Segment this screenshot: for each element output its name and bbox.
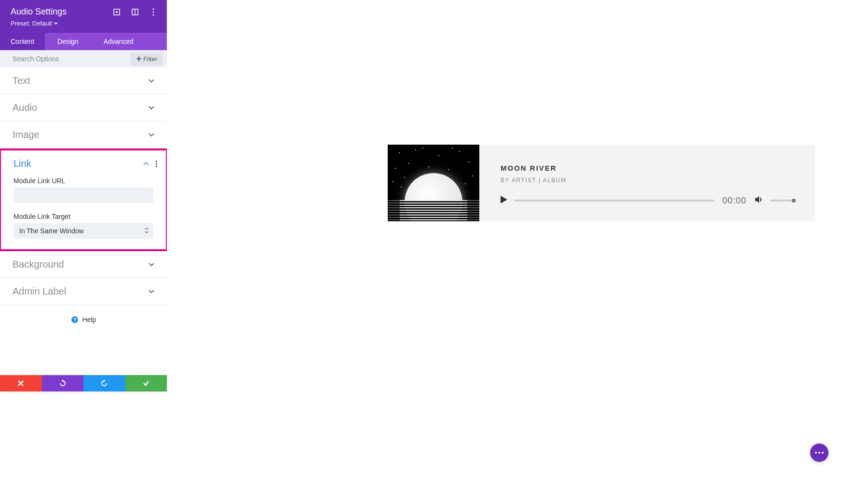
footer-actions [0,375,167,391]
preset-selector[interactable]: Preset: Default [11,20,157,27]
volume-slider[interactable] [771,200,794,202]
section-text-header[interactable]: Text [0,67,167,94]
cancel-button[interactable] [0,375,42,391]
link-target-label: Module Link Target [14,213,153,220]
help-label: Help [82,316,96,323]
audio-module: MOON RIVER BY ARTIST | ALBUM 00:00 [388,145,815,221]
tab-design[interactable]: Design [45,33,91,50]
section-more-icon[interactable] [156,161,157,167]
help-icon: ? [71,316,79,323]
chevron-up-icon [143,161,149,167]
preview-area: MOON RIVER BY ARTIST | ALBUM 00:00 [167,0,868,485]
preset-label: Preset: Default [11,20,52,27]
section-admin-label: Admin Label [0,278,167,305]
expand-icon[interactable] [113,8,121,16]
tab-advanced[interactable]: Advanced [91,33,146,50]
redo-icon [101,380,108,387]
section-link: Link Module Link URL Module Link Target … [1,150,166,249]
tab-content[interactable]: Content [0,33,45,50]
sidebar-header: Audio Settings Preset: Default [0,0,167,33]
section-admin-label-header[interactable]: Admin Label [0,278,167,305]
section-background-header[interactable]: Background [0,251,167,278]
link-target-select[interactable]: In The Same Window [14,223,153,239]
fab-button[interactable] [810,444,828,462]
section-background: Background [0,251,167,278]
more-icon[interactable] [149,8,157,16]
search-row: Filter [0,50,167,67]
track-meta: BY ARTIST | ALBUM [501,177,794,184]
section-audio-header[interactable]: Audio [0,94,167,121]
progress-slider[interactable] [515,200,715,202]
undo-button[interactable] [42,375,84,391]
check-icon [143,380,149,387]
section-audio: Audio [0,94,167,121]
filter-button[interactable]: Filter [131,53,163,66]
search-input[interactable] [0,50,131,67]
album-art [388,145,479,221]
more-horizontal-icon [815,452,824,454]
section-image-header[interactable]: Image [0,121,167,148]
track-title: MOON RIVER [501,164,794,172]
volume-button[interactable] [754,195,763,206]
redo-button[interactable] [83,375,125,391]
settings-sidebar: Audio Settings Preset: Default Content D… [0,0,167,391]
link-section-body: Module Link URL Module Link Target In Th… [1,177,166,249]
play-icon [501,196,507,203]
settings-title: Audio Settings [11,7,67,17]
chevron-down-icon [149,262,154,268]
svg-point-1 [116,11,118,13]
save-button[interactable] [125,375,167,391]
player-controls: 00:00 [501,195,794,206]
link-url-label: Module Link URL [14,177,153,185]
chevron-down-icon [149,132,154,138]
svg-text:?: ? [73,317,76,323]
plus-icon [136,56,141,61]
chevron-down-icon [149,289,154,295]
link-url-input[interactable] [14,188,153,203]
settings-tabs: Content Design Advanced [0,33,167,50]
audio-info: MOON RIVER BY ARTIST | ALBUM 00:00 [479,145,815,221]
close-icon [17,380,24,387]
layout-icon[interactable] [131,8,139,16]
link-highlight: Link Module Link URL Module Link Target … [0,148,168,251]
volume-icon [754,195,763,204]
play-button[interactable] [501,196,507,205]
section-link-header[interactable]: Link [1,150,166,177]
section-image: Image [0,121,167,148]
chevron-down-icon [149,105,154,111]
filter-label: Filter [143,55,157,63]
svg-point-4 [153,8,154,10]
section-text: Text [0,67,167,94]
time-label: 00:00 [722,196,746,206]
svg-point-5 [153,11,154,13]
help-button[interactable]: ? Help [0,305,167,334]
svg-point-6 [153,14,154,15]
caret-down-icon [54,22,58,26]
undo-icon [59,380,66,387]
chevron-down-icon [149,78,154,84]
